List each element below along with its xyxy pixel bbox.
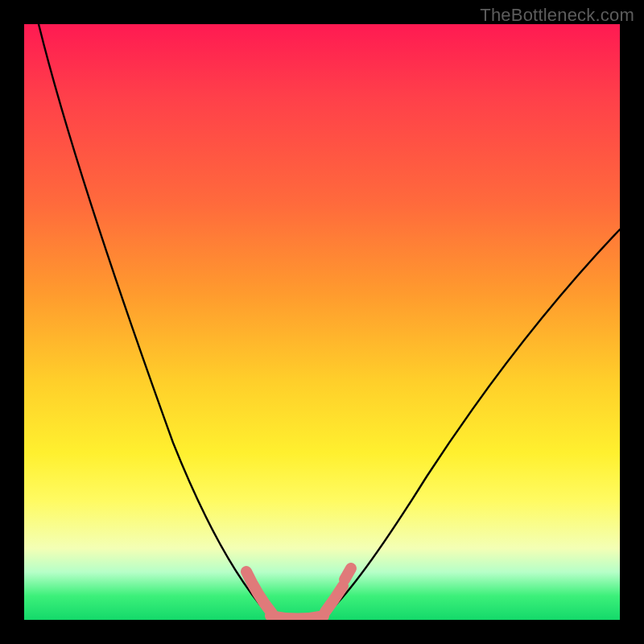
highlight-right-ascent-lower — [325, 586, 343, 612]
watermark-text: TheBottleneck.com — [480, 5, 634, 26]
chart-svg — [24, 24, 620, 620]
highlight-right-ascent-upper — [345, 568, 351, 580]
chart-stage: TheBottleneck.com — [0, 0, 644, 644]
bottleneck-curve — [39, 24, 620, 620]
highlight-valley-floor — [270, 616, 324, 619]
plot-area — [24, 24, 620, 620]
